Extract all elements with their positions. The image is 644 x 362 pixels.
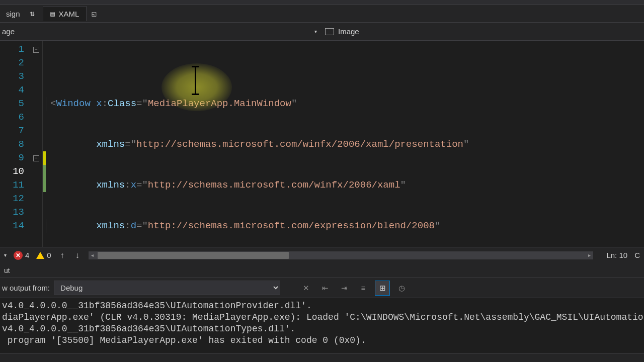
line-indicator[interactable]: Ln: 10 [606,251,627,259]
top-toolbar [0,0,644,5]
breadcrumb-right[interactable]: Image [321,27,644,36]
error-icon: ✕ [14,251,23,260]
editor-status-bar: ▾ ✕ 4 0 ↑ ↓ ◂ ▸ Ln: 10 C [0,247,644,263]
breadcrumb-bar: age ▾ Image [0,23,644,41]
horizontal-scrollbar[interactable]: ◂ ▸ [89,251,594,259]
indent-right-icon[interactable]: ⇥ [337,281,352,296]
warning-icon [36,252,44,259]
clear-output-icon[interactable]: ✕ [298,281,313,296]
output-toolbar: w output from: Debug ✕ ⇤ ⇥ ≡ ⊞ ◷ [0,278,644,298]
code-line: xmlns="http://schemas.microsoft.com/winf… [46,138,644,151]
code-line: xmlns:x="http://schemas.microsoft.com/wi… [46,178,644,192]
nav-up-icon[interactable]: ↑ [58,251,66,260]
editor-tabs: sign ⇅ ▤ XAML ◱ [0,5,644,23]
indent-left-icon[interactable]: ⇤ [317,281,333,296]
scroll-left-icon[interactable]: ◂ [89,252,97,258]
word-wrap-icon[interactable]: ≡ [356,281,371,296]
xaml-file-icon: ▤ [50,10,54,18]
fold-gutter: − − [30,41,43,247]
toggle-output-icon[interactable]: ⊞ [375,281,390,296]
breadcrumb-left-text: age [2,27,15,36]
scroll-right-icon[interactable]: ▸ [585,252,593,258]
col-indicator[interactable]: C [634,251,640,259]
design-tab[interactable]: sign [0,7,26,21]
chevron-down-icon[interactable]: ▾ [314,29,317,34]
chevron-down-icon[interactable]: ▾ [4,252,7,258]
code-editor[interactable]: 1 2 3 4 5 6 7 8 9 10 11 12 13 14 − − <Wi… [0,41,644,247]
breadcrumb-left[interactable]: age ▾ [0,27,321,36]
code-line: <Window x:Class="MediaPlayerApp.MainWind… [46,97,644,111]
code-area[interactable]: <Window x:Class="MediaPlayerApp.MainWind… [46,41,644,247]
breadcrumb-right-text: Image [338,27,359,36]
code-line: xmlns:d="http://schemas.microsoft.com/ex… [46,219,644,233]
xaml-tab[interactable]: ▤ XAML [43,6,87,21]
output-panel-header: ut [0,263,644,278]
xaml-tab-label: XAML [59,10,79,18]
output-tab[interactable]: ut [2,264,15,278]
error-count[interactable]: ✕ 4 [14,251,29,260]
fold-toggle[interactable]: − [33,155,39,161]
element-icon [325,28,334,35]
output-text[interactable]: v4.0_4.0.0.0__31bf3856ad364e35\UIAutomat… [0,298,644,353]
popout-icon[interactable]: ◱ [87,10,101,18]
nav-down-icon[interactable]: ↓ [73,251,82,260]
output-from-label: w output from: [2,284,50,292]
text-cursor-icon [192,66,199,95]
output-source-dropdown[interactable]: Debug [54,281,280,295]
scrollbar-thumb[interactable] [98,252,289,259]
swap-panes-icon[interactable]: ⇅ [26,9,39,19]
line-number-gutter: 1 2 3 4 5 6 7 8 9 10 11 12 13 14 [0,41,30,247]
bottom-tab-strip [0,353,644,362]
fold-toggle[interactable]: − [33,47,39,53]
warning-count[interactable]: 0 [36,251,51,259]
history-icon[interactable]: ◷ [394,281,409,296]
